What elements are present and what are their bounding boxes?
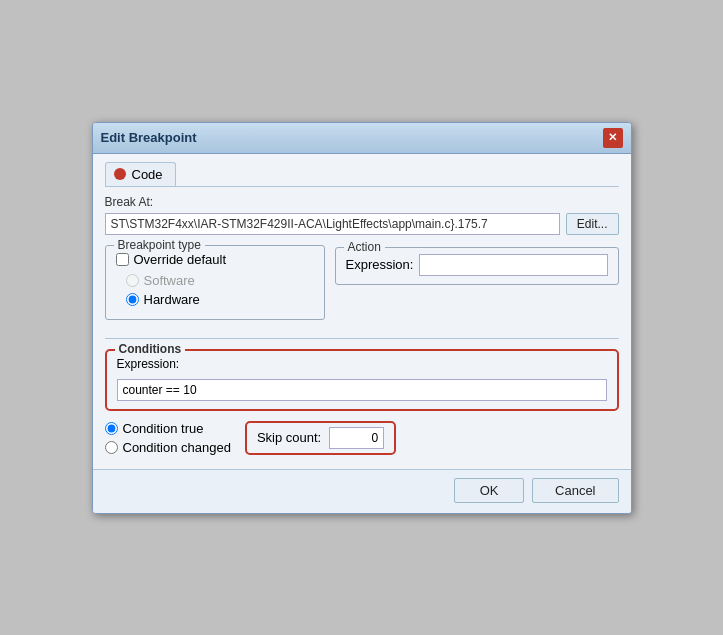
ok-button[interactable]: OK: [454, 478, 524, 503]
breakpoint-type-title: Breakpoint type: [114, 238, 205, 252]
conditions-expr-label: Expression:: [117, 357, 607, 371]
break-at-label: Break At:: [105, 195, 619, 209]
title-bar: Edit Breakpoint ✕: [93, 123, 631, 154]
dialog-body: Code Break At: ST\STM32F4xx\IAR-STM32F42…: [93, 154, 631, 469]
breakpoint-type-group: Breakpoint type Override default Softwar…: [105, 245, 325, 320]
skip-count-box: Skip count:: [245, 421, 396, 455]
break-at-row: ST\STM32F4xx\IAR-STM32F429II-ACA\LightEf…: [105, 213, 619, 235]
action-expression-input[interactable]: [419, 254, 607, 276]
condition-radio-group: Condition true Condition changed: [105, 421, 231, 455]
hardware-radio[interactable]: [126, 293, 139, 306]
action-group: Action Expression:: [335, 247, 619, 285]
software-label: Software: [144, 273, 195, 288]
tab-code[interactable]: Code: [105, 162, 176, 186]
override-default-label: Override default: [134, 252, 227, 267]
footer: OK Cancel: [93, 469, 631, 513]
edit-button[interactable]: Edit...: [566, 213, 619, 235]
condition-changed-radio[interactable]: [105, 441, 118, 454]
override-default-checkbox[interactable]: [116, 253, 129, 266]
close-button[interactable]: ✕: [603, 128, 623, 148]
skip-count-label: Skip count:: [257, 430, 321, 445]
hardware-label: Hardware: [144, 292, 200, 307]
software-radio-row: Software: [116, 273, 314, 288]
action-expression-label: Expression:: [346, 257, 414, 272]
condition-changed-label: Condition changed: [123, 440, 231, 455]
conditions-title: Conditions: [115, 342, 186, 356]
condition-true-radio[interactable]: [105, 422, 118, 435]
condition-true-label: Condition true: [123, 421, 204, 436]
action-title: Action: [344, 240, 385, 254]
break-at-value: ST\STM32F4xx\IAR-STM32F429II-ACA\LightEf…: [105, 213, 560, 235]
bottom-row: Condition true Condition changed Skip co…: [105, 421, 619, 455]
right-column: Action Expression:: [335, 245, 619, 328]
cancel-button[interactable]: Cancel: [532, 478, 618, 503]
divider: [105, 338, 619, 339]
tab-row: Code: [105, 162, 619, 187]
hardware-radio-row: Hardware: [116, 292, 314, 307]
conditions-group: Conditions Expression:: [105, 349, 619, 411]
condition-true-row: Condition true: [105, 421, 231, 436]
left-column: Breakpoint type Override default Softwar…: [105, 245, 325, 328]
two-col-layout: Breakpoint type Override default Softwar…: [105, 245, 619, 328]
conditions-expression-input[interactable]: [117, 379, 607, 401]
edit-breakpoint-dialog: Edit Breakpoint ✕ Code Break At: ST\STM3…: [92, 122, 632, 514]
skip-count-input[interactable]: [329, 427, 384, 449]
dialog-title: Edit Breakpoint: [101, 130, 197, 145]
software-radio[interactable]: [126, 274, 139, 287]
tab-code-label: Code: [132, 167, 163, 182]
override-default-row: Override default: [116, 252, 314, 267]
condition-changed-row: Condition changed: [105, 440, 231, 455]
action-expression-row: Expression:: [346, 254, 608, 276]
tab-dot-icon: [114, 168, 126, 180]
